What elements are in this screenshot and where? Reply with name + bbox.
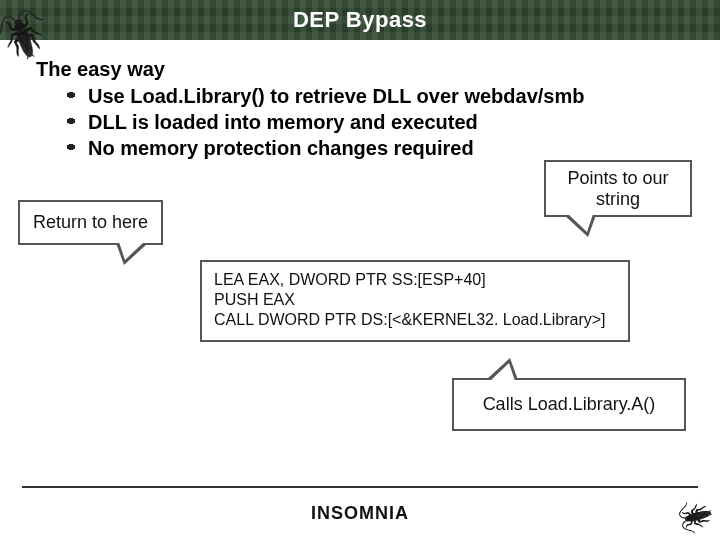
callout-text: Points to our <box>567 168 668 188</box>
title-bar: 🪳 DEP Bypass <box>0 0 720 40</box>
callout-text: string <box>596 189 640 209</box>
bullet-item: Use Load.Library() to retrieve DLL over … <box>64 83 684 109</box>
code-line: CALL DWORD PTR DS:[<&KERNEL32. Load.Libr… <box>214 310 616 330</box>
callout-calls-loadlibrary: Calls Load.Library.A() <box>452 378 686 431</box>
content-area: The easy way Use Load.Library() to retri… <box>0 40 720 161</box>
bullet-list: Use Load.Library() to retrieve DLL over … <box>64 83 684 161</box>
footer-rule <box>22 486 698 488</box>
callout-return-here: Return to here <box>18 200 163 245</box>
code-line: LEA EAX, DWORD PTR SS:[ESP+40] <box>214 270 616 290</box>
slide-title: DEP Bypass <box>293 7 427 33</box>
heading: The easy way <box>36 58 684 81</box>
callout-text: Calls Load.Library.A() <box>483 394 656 414</box>
code-line: PUSH EAX <box>214 290 616 310</box>
bullet-item: No memory protection changes required <box>64 135 684 161</box>
footer-logo: INSOMNIA <box>0 503 720 524</box>
callout-text: Return to here <box>33 212 148 232</box>
bug-icon: 🪳 <box>671 494 717 540</box>
bullet-item: DLL is loaded into memory and executed <box>64 109 684 135</box>
callout-points-to-string: Points to our string <box>544 160 692 217</box>
assembly-code-box: LEA EAX, DWORD PTR SS:[ESP+40] PUSH EAX … <box>200 260 630 342</box>
